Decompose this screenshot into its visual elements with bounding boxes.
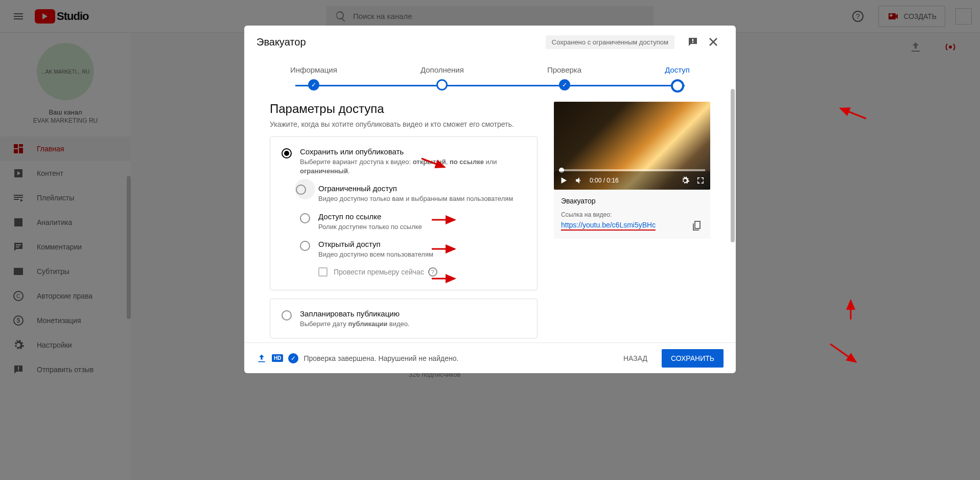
radio-save-publish[interactable]: Сохранить или опубликовать Выберите вари… [282, 147, 526, 176]
help-icon[interactable]: ? [428, 267, 437, 277]
close-icon[interactable] [703, 32, 724, 52]
step-info[interactable]: Информация✓ [290, 65, 337, 93]
section-heading: Параметры доступа [270, 102, 538, 116]
step-visibility[interactable]: Доступ [665, 65, 690, 93]
radio-public[interactable]: Открытый доступВидео доступно всем польз… [300, 240, 526, 259]
back-button[interactable]: НАЗАД [615, 349, 656, 368]
dialog-header: Эвакуатор Сохранено с ограниченным досту… [244, 26, 736, 58]
hd-badge: HD [272, 354, 283, 362]
radio-private[interactable]: Ограниченный доступВидео доступно только… [300, 184, 526, 203]
dialog-body: Параметры доступа Укажите, когда вы хоти… [244, 95, 736, 342]
radio-icon [300, 213, 310, 223]
modal-overlay: Эвакуатор Сохранено с ограниченным досту… [0, 0, 980, 480]
fullscreen-icon[interactable] [696, 176, 705, 185]
dialog-scrollbar[interactable] [730, 58, 736, 342]
dialog-title: Эвакуатор [256, 36, 546, 48]
preview-time: 0:00 / 0:16 [590, 177, 619, 184]
step-check[interactable]: Проверка✓ [547, 65, 581, 93]
checkbox-icon [318, 267, 328, 277]
footer-status: Проверка завершена. Нарушений не найдено… [304, 354, 458, 362]
section-subheading: Укажите, когда вы хотите опубликовать ви… [270, 120, 538, 128]
visibility-box: Сохранить или опубликовать Выберите вари… [270, 136, 538, 290]
upload-dialog: Эвакуатор Сохранено с ограниченным досту… [244, 26, 736, 373]
step-additions[interactable]: Дополнения [421, 65, 464, 93]
schedule-box: Запланировать публикацию Выберите дату п… [270, 299, 538, 338]
play-icon[interactable] [559, 176, 568, 185]
save-button[interactable]: СОХРАНИТЬ [662, 349, 724, 368]
radio-icon [282, 310, 292, 321]
preview-title: Эвакуатор [561, 197, 703, 205]
copy-icon[interactable] [691, 219, 703, 232]
stepper: Информация✓ Дополнения Проверка✓ Доступ [244, 58, 736, 95]
feedback-icon[interactable] [683, 32, 703, 52]
radio-icon [282, 148, 292, 158]
check-icon: ✓ [288, 353, 298, 363]
dialog-footer: HD ✓ Проверка завершена. Нарушений не на… [244, 342, 736, 373]
link-label: Ссылка на видео: [561, 211, 703, 218]
settings-icon[interactable] [681, 176, 690, 185]
preview-meta: Эвакуатор Ссылка на видео: https://youtu… [554, 190, 710, 239]
radio-schedule[interactable]: Запланировать публикацию Выберите дату п… [282, 309, 526, 329]
video-link[interactable]: https://youtu.be/c6Lsmi5yBHc [561, 221, 656, 231]
radio-icon [296, 185, 306, 195]
volume-icon[interactable] [574, 176, 584, 185]
premiere-checkbox[interactable]: Провести премьеру сейчас ? [318, 267, 526, 277]
video-preview[interactable]: 0:00 / 0:16 [554, 102, 710, 190]
save-status-badge: Сохранено с ограниченным доступом [546, 35, 674, 49]
radio-unlisted[interactable]: Доступ по ссылкеРолик доступен только по… [300, 212, 526, 232]
radio-icon [300, 241, 310, 251]
upload-done-icon [256, 353, 267, 363]
